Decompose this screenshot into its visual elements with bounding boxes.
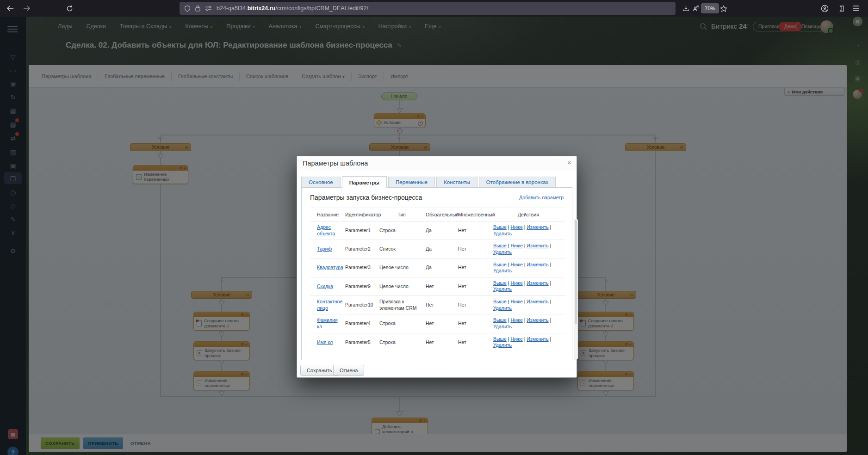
action-move-up[interactable]: Выше: [493, 299, 507, 304]
parameter-row: Тариф Parameter2 Список Да Нет Выше | Ни…: [310, 240, 565, 258]
parameter-type: Строка: [379, 221, 426, 240]
parameter-required: Да: [426, 258, 458, 277]
parameter-multiple: Нет: [458, 277, 493, 295]
section-title: Параметры запуска бизнес-процесса: [310, 194, 422, 201]
parameter-actions: Выше | Ниже | Изменить | Удалить: [493, 296, 565, 314]
close-icon[interactable]: ×: [567, 160, 571, 166]
action-move-down[interactable]: Ниже: [510, 280, 522, 286]
parameter-multiple: Нет: [458, 258, 493, 277]
action-move-down[interactable]: Ниже: [510, 243, 522, 248]
action-edit[interactable]: Изменить: [527, 243, 548, 248]
dialog-tab[interactable]: Отображение в воронках: [479, 177, 556, 187]
action-edit[interactable]: Изменить: [527, 317, 548, 323]
parameter-multiple: Нет: [458, 240, 493, 258]
parameter-required: Нет: [426, 277, 458, 295]
dialog-tab[interactable]: Переменные: [388, 177, 435, 187]
dialog-tab[interactable]: Основное: [301, 177, 341, 187]
parameter-name-link[interactable]: Скидка: [317, 283, 333, 289]
action-edit[interactable]: Изменить: [527, 262, 548, 267]
permissions-icon[interactable]: [205, 6, 212, 11]
parameter-name-link[interactable]: Контактное лицо: [317, 299, 342, 311]
parameter-row: Скидка Parameter9 Целое число Нет Нет Вы…: [310, 277, 565, 295]
action-move-up[interactable]: Выше: [493, 224, 507, 230]
table-scrollbar[interactable]: [574, 219, 578, 360]
parameter-identifier: Parameter3: [345, 258, 379, 277]
browser-forward-button[interactable]: [21, 3, 32, 14]
dialog-cancel-button[interactable]: Отмена: [333, 365, 364, 375]
action-delete[interactable]: Удалить: [493, 324, 512, 329]
action-edit[interactable]: Изменить: [527, 336, 548, 342]
parameter-actions: Выше | Ниже | Изменить | Удалить: [493, 221, 565, 240]
parameter-multiple: Нет: [458, 314, 493, 333]
add-parameter-link[interactable]: Добавить параметр: [519, 195, 564, 200]
parameter-identifier: Parameter2: [345, 240, 379, 258]
parameter-name-link[interactable]: Тариф: [317, 246, 332, 252]
action-move-down[interactable]: Ниже: [510, 317, 522, 323]
downloads-icon[interactable]: [680, 3, 691, 14]
dialog-tabs: Основное Параметры Переменные Константы …: [301, 175, 572, 187]
parameter-required: Да: [426, 221, 458, 240]
action-move-down[interactable]: Ниже: [510, 299, 522, 304]
parameter-actions: Выше | Ниже | Изменить | Удалить: [493, 333, 565, 349]
action-edit[interactable]: Изменить: [527, 280, 548, 286]
action-delete[interactable]: Удалить: [493, 286, 512, 292]
parameters-panel: Параметры запуска бизнес-процесса Добави…: [301, 187, 572, 360]
parameter-actions: Выше | Ниже | Изменить | Удалить: [493, 314, 565, 333]
url-text: b24-qa5f34.bitrix24.ru/crm/configs/bp/CR…: [217, 5, 368, 12]
account-icon[interactable]: [819, 3, 830, 14]
action-move-up[interactable]: Выше: [493, 280, 507, 286]
action-edit[interactable]: Изменить: [527, 299, 548, 304]
dialog-title: Параметры шаблона: [297, 156, 577, 170]
parameter-name-link[interactable]: Фамилия кл: [317, 317, 338, 329]
action-delete[interactable]: Удалить: [493, 249, 512, 255]
action-move-up[interactable]: Выше: [493, 336, 507, 342]
parameter-row: Имя кл Parameter5 Строка Нет Нет Выше | …: [310, 333, 565, 349]
parameter-type: Строка: [379, 333, 426, 349]
action-move-up[interactable]: Выше: [493, 262, 507, 267]
parameter-name-link[interactable]: Имя кл: [317, 339, 333, 345]
menu-icon[interactable]: [850, 3, 862, 14]
dialog-tab[interactable]: Константы: [436, 177, 477, 187]
address-bar[interactable]: b24-qa5f34.bitrix24.ru/crm/configs/bp/CR…: [180, 2, 676, 15]
parameter-name-link[interactable]: Адрес объекта: [317, 224, 335, 236]
parameter-identifier: Parameter10: [345, 296, 379, 314]
parameters-table: Название Идентификатор Тип Обязательный …: [310, 208, 565, 349]
action-move-down[interactable]: Ниже: [510, 224, 522, 230]
table-header-row: Название Идентификатор Тип Обязательный …: [310, 208, 565, 221]
lock-icon[interactable]: [195, 5, 200, 12]
parameter-identifier: Parameter4: [345, 314, 379, 333]
action-delete[interactable]: Удалить: [493, 305, 512, 311]
action-delete[interactable]: Удалить: [493, 342, 512, 348]
parameter-row: Квадратура Parameter3 Целое число Да Нет…: [310, 258, 565, 277]
action-edit[interactable]: Изменить: [527, 224, 548, 230]
parameter-required: Нет: [426, 296, 458, 314]
tracking-shield-icon[interactable]: [184, 5, 191, 12]
parameter-name-link[interactable]: Квадратура: [317, 264, 343, 270]
translate-icon[interactable]: [690, 3, 701, 14]
sidebar-toggle-icon[interactable]: [836, 3, 847, 14]
dialog-footer: Сохранить Отмена: [297, 360, 577, 378]
action-delete[interactable]: Удалить: [493, 231, 512, 236]
browser-reload-button[interactable]: [64, 3, 75, 14]
browser-back-button[interactable]: [5, 3, 16, 14]
action-move-down[interactable]: Ниже: [510, 336, 522, 342]
action-move-up[interactable]: Выше: [493, 243, 507, 248]
action-move-down[interactable]: Ниже: [510, 262, 522, 267]
parameter-required: Да: [426, 240, 458, 258]
parameter-multiple: Нет: [458, 333, 493, 349]
parameter-identifier: Parameter9: [345, 277, 379, 295]
parameter-actions: Выше | Ниже | Изменить | Удалить: [493, 277, 565, 295]
parameter-type: Строка: [379, 314, 426, 333]
parameter-multiple: Нет: [458, 296, 493, 314]
parameter-identifier: Parameter1: [345, 221, 379, 240]
parameter-actions: Выше | Ниже | Изменить | Удалить: [493, 258, 565, 277]
parameter-required: Нет: [426, 333, 458, 349]
dialog-tab[interactable]: Параметры: [342, 176, 387, 188]
zoom-level-badge[interactable]: 70%: [701, 3, 719, 13]
browser-chrome: b24-qa5f34.bitrix24.ru/crm/configs/bp/CR…: [0, 0, 868, 17]
template-parameters-dialog: Параметры шаблона × Основное Параметры П…: [297, 156, 577, 378]
parameter-type: Целое число: [379, 258, 426, 277]
action-move-up[interactable]: Выше: [493, 317, 507, 323]
bookmark-star-icon[interactable]: [718, 3, 729, 14]
action-delete[interactable]: Удалить: [493, 268, 512, 273]
